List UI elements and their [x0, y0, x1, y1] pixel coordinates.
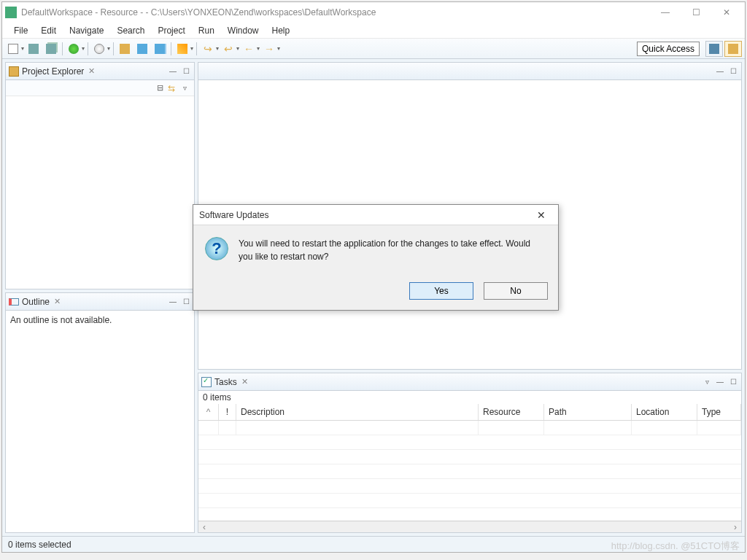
wizard-button[interactable] [174, 41, 190, 57]
wizard-dropdown-icon[interactable]: ▾ [190, 45, 193, 52]
menu-window[interactable]: Window [222, 24, 265, 37]
col-type[interactable]: Type [697, 404, 741, 420]
menu-run[interactable]: Run [193, 24, 220, 37]
main-toolbar: ▾ ▾ ▾ ▾ ↪▾ ↩▾ ←▾ →▾ Quick Access [2, 39, 745, 59]
menu-project[interactable]: Project [152, 24, 190, 37]
window-title: DefaultWorkspace - Resource - - C:\Users… [21, 7, 650, 18]
annotation-button[interactable] [117, 41, 133, 57]
view-menu-icon[interactable]: ▿ [702, 377, 712, 387]
table-row [198, 435, 741, 450]
new-button[interactable] [5, 41, 21, 57]
table-row [198, 464, 741, 479]
toolbar-separator [171, 42, 171, 55]
scroll-left-icon[interactable]: ‹ [198, 522, 210, 532]
view-menu-icon[interactable]: ▿ [179, 83, 190, 93]
outline-body: An outline is not available. [6, 311, 194, 532]
question-icon: ? [205, 237, 228, 260]
outline-icon [9, 298, 19, 306]
no-button[interactable]: No [484, 282, 548, 300]
yes-button[interactable]: Yes [409, 282, 473, 300]
menubar: File Edit Navigate Search Project Run Wi… [2, 23, 745, 39]
tasks-close-icon[interactable]: ✕ [241, 377, 248, 386]
menu-edit[interactable]: Edit [35, 24, 62, 37]
dialog-close-icon[interactable]: ✕ [530, 209, 552, 221]
horizontal-scrollbar[interactable]: ‹ › [198, 521, 741, 532]
forward-dropdown-icon[interactable]: ▾ [277, 45, 280, 52]
table-row [198, 421, 741, 435]
next-edit-button[interactable]: ↪ [200, 41, 216, 57]
tasks-title: Tasks [214, 377, 237, 387]
maximize-view-icon[interactable]: ☐ [181, 297, 191, 307]
project-explorer-icon [9, 66, 19, 77]
titlebar: DefaultWorkspace - Resource - - C:\Users… [2, 2, 745, 23]
dialog-title: Software Updates [199, 210, 530, 220]
quick-access-button[interactable]: Quick Access [637, 42, 700, 56]
menu-navigate[interactable]: Navigate [63, 24, 109, 37]
back-button[interactable]: ← [241, 41, 257, 57]
project-explorer-title: Project Explorer [22, 66, 84, 77]
toolbar-separator [88, 42, 88, 55]
search-button[interactable] [91, 41, 107, 57]
project-explorer-body[interactable] [6, 96, 194, 289]
col-location[interactable]: Location [632, 404, 697, 420]
resource-perspective-button[interactable] [724, 41, 742, 57]
prev-edit-button[interactable]: ↩ [220, 41, 236, 57]
tasks-icon [201, 377, 212, 387]
maximize-view-icon[interactable]: ☐ [728, 377, 738, 387]
next-edit-dropdown-icon[interactable]: ▾ [216, 45, 219, 52]
search-dropdown-icon[interactable]: ▾ [107, 45, 110, 52]
prev-edit-dropdown-icon[interactable]: ▾ [236, 45, 239, 52]
col-description[interactable]: Description [236, 404, 479, 420]
table-row [198, 479, 741, 494]
save-button[interactable] [26, 41, 42, 57]
outline-close-icon[interactable]: ✕ [54, 297, 61, 306]
new-dropdown-icon[interactable]: ▾ [21, 45, 24, 52]
dialog-message: You will need to restart the application… [239, 237, 546, 263]
navigate-stack-button[interactable] [152, 41, 168, 57]
maximize-button[interactable]: ☐ [681, 4, 711, 21]
minimize-view-icon[interactable]: — [168, 297, 178, 307]
back-dropdown-icon[interactable]: ▾ [257, 45, 260, 52]
link-editor-icon[interactable]: ⇆ [168, 83, 175, 93]
col-priority[interactable]: ! [219, 404, 236, 420]
forward-button[interactable]: → [261, 41, 277, 57]
project-explorer-close-icon[interactable]: ✕ [88, 66, 95, 76]
app-icon [5, 7, 17, 18]
maximize-view-icon[interactable]: ☐ [181, 66, 191, 77]
outline-view: Outline ✕ — ☐ An outline is not availabl… [5, 292, 195, 533]
tasks-count: 0 items [198, 391, 741, 404]
save-all-button[interactable] [43, 41, 59, 57]
menu-search[interactable]: Search [111, 24, 150, 37]
minimize-view-icon[interactable]: — [715, 66, 725, 77]
outline-title: Outline [22, 297, 50, 307]
toolbar-separator [113, 42, 114, 55]
col-path[interactable]: Path [544, 404, 632, 420]
debug-dropdown-icon[interactable]: ▾ [82, 45, 85, 52]
tasks-view: Tasks ✕ ▿ — ☐ 0 items ^ ! Description Re… [198, 373, 742, 533]
table-row [198, 450, 741, 464]
toolbar-separator [196, 42, 197, 55]
maximize-view-icon[interactable]: ☐ [728, 66, 738, 77]
navigate-button[interactable] [134, 41, 150, 57]
sort-column-icon[interactable]: ^ [198, 404, 219, 420]
software-updates-dialog: Software Updates ✕ ? You will need to re… [193, 204, 559, 311]
minimize-view-icon[interactable]: — [168, 66, 178, 77]
collapse-all-icon[interactable]: ⊟ [157, 83, 163, 93]
menu-file[interactable]: File [8, 24, 34, 37]
col-resource[interactable]: Resource [479, 404, 544, 420]
debug-button[interactable] [66, 41, 82, 57]
close-button[interactable]: ✕ [711, 4, 742, 21]
table-row [198, 494, 741, 508]
statusbar: 0 items selected [2, 536, 745, 552]
minimize-button[interactable]: — [650, 4, 681, 21]
menu-help[interactable]: Help [266, 24, 296, 37]
open-perspective-button[interactable] [705, 41, 723, 57]
project-explorer-view: Project Explorer ✕ — ☐ ⊟ ⇆ ▿ [5, 62, 195, 289]
status-text: 0 items selected [8, 540, 71, 550]
tasks-table[interactable]: ^ ! Description Resource Path Location T… [198, 404, 741, 521]
scroll-right-icon[interactable]: › [729, 522, 741, 532]
toolbar-separator [62, 42, 63, 55]
minimize-view-icon[interactable]: — [715, 377, 725, 387]
